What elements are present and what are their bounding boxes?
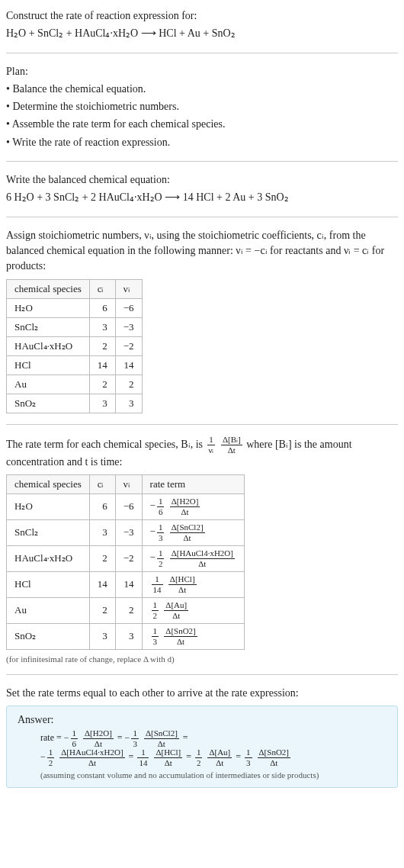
cell-ci: 2: [89, 545, 115, 571]
cell-ci: 3: [89, 623, 115, 649]
cell-species: Au: [7, 597, 90, 623]
cell-ci: 3: [89, 394, 115, 413]
rate-intro-frac1: 1νᵢ: [207, 436, 216, 455]
table-row: SnO₂33: [7, 394, 143, 413]
col-species: chemical species: [7, 474, 90, 493]
plan-item: • Assemble the rate term for each chemic…: [6, 117, 398, 132]
plan-item: • Determine the stoichiometric numbers.: [6, 99, 398, 114]
cell-vi: 2: [115, 375, 142, 394]
cell-species: SnCl₂: [7, 317, 90, 336]
rate-terms-table: chemical species cᵢ νᵢ rate term H₂O 6 −…: [6, 474, 245, 650]
cell-species: SnO₂: [7, 623, 90, 649]
cell-species: SnCl₂: [7, 519, 90, 545]
delta-frac: Δ[SnCl2]Δt: [144, 729, 179, 748]
coef-frac: 16: [71, 729, 79, 748]
cell-vi: −3: [115, 317, 142, 336]
table-row: SnCl₂3−3: [7, 317, 143, 336]
delta-frac: Δ[H2O]Δt: [83, 729, 114, 748]
coef-frac: 13: [157, 523, 165, 542]
answer-box: Answer: rate = −16 Δ[H2O]Δt = −13 Δ[SnCl…: [6, 706, 398, 788]
divider: [6, 424, 398, 425]
table-row: HAuCl₄·xH₂O 2 −2 −12 Δ[HAuCl4·xH2O]Δt: [7, 545, 245, 571]
cell-species: HAuCl₄·xH₂O: [7, 545, 90, 571]
coef-frac: 114: [152, 575, 163, 594]
table-row: HCl 14 14 114 Δ[HCl]Δt: [7, 571, 245, 597]
cell-ci: 14: [89, 355, 115, 375]
cell-rate-term: 114 Δ[HCl]Δt: [142, 571, 244, 597]
coef-frac: 114: [137, 748, 149, 767]
coef-frac: 16: [157, 497, 165, 516]
balanced-section: Write the balanced chemical equation: 6 …: [6, 172, 398, 206]
delta-frac: Δ[Au]Δt: [207, 748, 232, 767]
coef-frac: 12: [47, 748, 55, 767]
cell-ci: 3: [89, 317, 115, 336]
cell-species: SnO₂: [7, 394, 90, 413]
cell-vi: −6: [115, 298, 142, 317]
cell-species: HCl: [7, 571, 90, 597]
cell-ci: 6: [89, 493, 115, 519]
stoich-section: Assign stoichiometric numbers, νᵢ, using…: [6, 228, 398, 413]
table-row: Au22: [7, 375, 143, 394]
cell-vi: 2: [115, 597, 142, 623]
delta-frac: Δ[HAuCl4·xH2O]Δt: [59, 748, 124, 767]
delta-frac: Δ[HCl]Δt: [154, 748, 182, 767]
cell-species: HCl: [7, 355, 90, 375]
col-vi: νᵢ: [115, 279, 142, 298]
cell-vi: −3: [115, 519, 142, 545]
coef-frac: 12: [152, 601, 159, 620]
table-row: HAuCl₄·xH₂O2−2: [7, 336, 143, 355]
rate-terms-section: The rate term for each chemical species,…: [6, 436, 398, 664]
table-row: Au 2 2 12 Δ[Au]Δt: [7, 597, 245, 623]
plan-item: • Balance the chemical equation.: [6, 82, 398, 97]
table-row: H₂O6−6: [7, 298, 143, 317]
rate-intro-frac2: Δ[Bᵢ]Δt: [221, 436, 242, 455]
cell-vi: 3: [115, 394, 142, 413]
cell-ci: 2: [89, 375, 115, 394]
table-row: SnO₂ 3 3 13 Δ[SnO2]Δt: [7, 623, 245, 649]
balanced-equation: 6 H₂O + 3 SnCl₂ + 2 HAuCl₄·xH₂O ⟶ 14 HCl…: [6, 190, 398, 205]
cell-vi: 14: [115, 571, 142, 597]
col-vi: νᵢ: [115, 474, 142, 493]
cell-rate-term: 12 Δ[Au]Δt: [142, 597, 244, 623]
cell-rate-term: −12 Δ[HAuCl4·xH2O]Δt: [142, 545, 244, 571]
cell-ci: 2: [89, 336, 115, 355]
delta-frac: Δ[SnO2]Δt: [164, 627, 197, 646]
delta-frac: Δ[SnCl2]Δt: [170, 523, 205, 542]
cell-vi: −6: [115, 493, 142, 519]
balanced-heading: Write the balanced chemical equation:: [6, 172, 398, 188]
cell-species: HAuCl₄·xH₂O: [7, 336, 90, 355]
plan-item: • Write the rate of reaction expression.: [6, 135, 398, 150]
cell-species: H₂O: [7, 298, 90, 317]
cell-rate-term: −13 Δ[SnCl2]Δt: [142, 519, 244, 545]
cell-rate-term: 13 Δ[SnO2]Δt: [142, 623, 244, 649]
delta-frac: Δ[HAuCl4·xH2O]Δt: [170, 549, 235, 568]
table-row: H₂O 6 −6 −16 Δ[H2O]Δt: [7, 493, 245, 519]
coef-frac: 13: [245, 748, 252, 767]
divider: [6, 53, 398, 53]
cell-vi: 3: [115, 623, 142, 649]
final-section: Set the rate terms equal to each other t…: [6, 686, 398, 788]
cell-vi: −2: [115, 545, 142, 571]
cell-vi: −2: [115, 336, 142, 355]
cell-ci: 14: [89, 571, 115, 597]
stoich-intro: Assign stoichiometric numbers, νᵢ, using…: [6, 228, 398, 275]
cell-ci: 2: [89, 597, 115, 623]
cell-species: Au: [7, 375, 90, 394]
divider: [6, 674, 398, 675]
delta-frac: Δ[HCl]Δt: [168, 575, 197, 594]
divider: [6, 217, 398, 217]
cell-rate-term: −16 Δ[H2O]Δt: [142, 493, 244, 519]
answer-rate-expression: rate = −16 Δ[H2O]Δt = −13 Δ[SnCl2]Δt = −…: [18, 729, 386, 767]
stoich-table: chemical species cᵢ νᵢ H₂O6−6 SnCl₂3−3 H…: [6, 279, 143, 413]
plan-section: Plan: • Balance the chemical equation. •…: [6, 64, 398, 150]
col-ci: cᵢ: [89, 474, 115, 493]
coef-frac: 12: [195, 748, 203, 767]
rate-prefix: rate =: [40, 732, 64, 743]
table-row: HCl1414: [7, 355, 143, 375]
answer-assumption: (assuming constant volume and no accumul…: [18, 770, 386, 780]
rate-intro-prefix: The rate term for each chemical species,…: [6, 438, 206, 449]
plan-heading: Plan:: [6, 64, 398, 79]
coef-frac: 12: [157, 549, 165, 568]
final-heading: Set the rate terms equal to each other t…: [6, 686, 398, 701]
answer-title: Answer:: [18, 714, 386, 726]
